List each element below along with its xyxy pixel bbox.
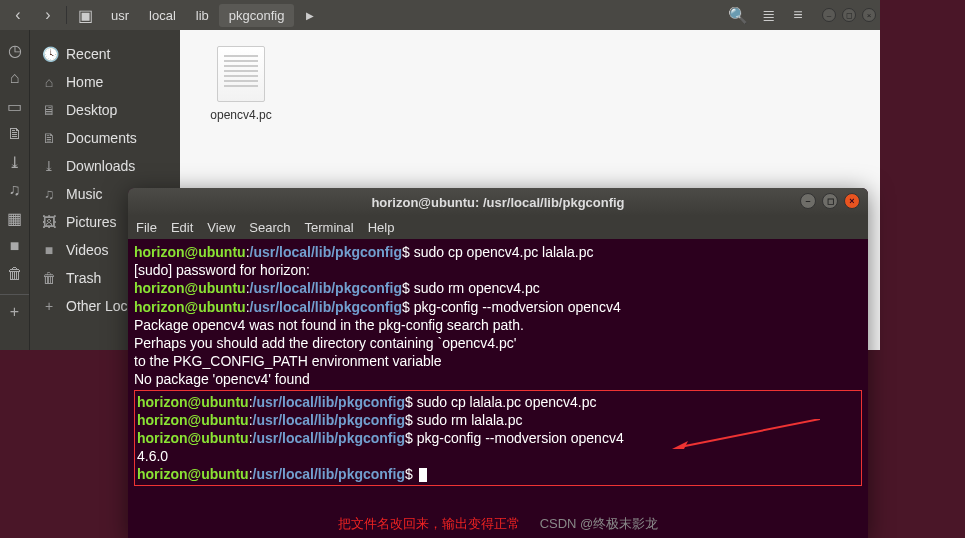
breadcrumb-usr[interactable]: usr [101, 4, 139, 27]
terminal-output-line: No package 'opencv4' found [134, 370, 862, 388]
sidebar-item-label: Trash [66, 270, 101, 286]
launcher-documents-icon[interactable]: 🗎 [0, 120, 29, 148]
launcher-recent-icon[interactable]: ◷ [0, 36, 29, 64]
terminal-line: horizon@ubuntu:/usr/local/lib/pkgconfig$ [137, 465, 859, 483]
launcher-strip: ◷ ⌂ ▭ 🗎 ⤓ ♫ ▦ ■ 🗑 + [0, 30, 30, 350]
chevron-right-icon[interactable]: ▶ [296, 3, 324, 27]
breadcrumb-local[interactable]: local [139, 4, 186, 27]
back-button[interactable]: ‹ [4, 3, 32, 27]
terminal-close-button[interactable]: × [844, 193, 860, 209]
sidebar-item-label: Recent [66, 46, 110, 62]
terminal-line: horizon@ubuntu:/usr/local/lib/pkgconfig$… [137, 393, 859, 411]
terminal-minimize-button[interactable]: – [800, 193, 816, 209]
sidebar-icon: 🖥 [42, 102, 56, 118]
launcher-trash-icon[interactable]: 🗑 [0, 260, 29, 288]
terminal-menu-file[interactable]: File [136, 220, 157, 235]
terminal-line: horizon@ubuntu:/usr/local/lib/pkgconfig$… [134, 279, 862, 297]
terminal-line: horizon@ubuntu:/usr/local/lib/pkgconfig$… [134, 298, 862, 316]
file-name: opencv4.pc [196, 108, 286, 122]
file-icon [217, 46, 265, 102]
terminal-menu-terminal[interactable]: Terminal [305, 220, 354, 235]
terminal-menu-view[interactable]: View [207, 220, 235, 235]
sidebar-item-desktop[interactable]: 🖥Desktop [30, 96, 180, 124]
terminal-line: horizon@ubuntu:/usr/local/lib/pkgconfig$… [134, 243, 862, 261]
terminal-title-text: horizon@ubuntu: /usr/local/lib/pkgconfig [371, 195, 624, 210]
launcher-home-icon[interactable]: ⌂ [0, 64, 29, 92]
search-icon[interactable]: 🔍 [724, 3, 752, 27]
sidebar-icon: ⌂ [42, 74, 56, 90]
terminal-body[interactable]: horizon@ubuntu:/usr/local/lib/pkgconfig$… [128, 239, 868, 538]
sidebar-icon: 🗎 [42, 130, 56, 146]
terminal-maximize-button[interactable]: ◻ [822, 193, 838, 209]
sidebar-item-label: Music [66, 186, 103, 202]
terminal-titlebar[interactable]: horizon@ubuntu: /usr/local/lib/pkgconfig… [128, 188, 868, 216]
terminal-output-line: Perhaps you should add the directory con… [134, 334, 862, 352]
terminal-output-line: [sudo] password for horizon: [134, 261, 862, 279]
sidebar-item-label: Pictures [66, 214, 117, 230]
breadcrumb-lib[interactable]: lib [186, 4, 219, 27]
window-close-button[interactable]: × [862, 8, 876, 22]
sidebar-icon: 🖼 [42, 214, 56, 230]
sidebar-item-label: Home [66, 74, 103, 90]
terminal-line: horizon@ubuntu:/usr/local/lib/pkgconfig$… [137, 429, 859, 447]
sidebar-item-label: Downloads [66, 158, 135, 174]
terminal-menu-edit[interactable]: Edit [171, 220, 193, 235]
terminal-output-line: to the PKG_CONFIG_PATH environment varia… [134, 352, 862, 370]
sidebar-icon: ■ [42, 242, 56, 258]
sidebar-item-home[interactable]: ⌂Home [30, 68, 180, 96]
launcher-downloads-icon[interactable]: ⤓ [0, 148, 29, 176]
breadcrumb-pkgconfig[interactable]: pkgconfig [219, 4, 295, 27]
annotation-text: 把文件名改回来，输出变得正常CSDN @终极末影龙 [338, 516, 659, 533]
sidebar-icon: + [42, 298, 56, 314]
terminal-output-line: Package opencv4 was not found in the pkg… [134, 316, 862, 334]
sidebar-item-label: Videos [66, 242, 109, 258]
launcher-videos-icon[interactable]: ■ [0, 232, 29, 260]
hamburger-icon[interactable]: ≡ [784, 3, 812, 27]
sidebar-icon: ♫ [42, 186, 56, 202]
file-item[interactable]: opencv4.pc [196, 46, 286, 122]
sidebar-item-recent[interactable]: 🕓Recent [30, 40, 180, 68]
window-minimize-button[interactable]: – [822, 8, 836, 22]
sidebar-item-downloads[interactable]: ⤓Downloads [30, 152, 180, 180]
sidebar-item-label: Documents [66, 130, 137, 146]
terminal-output-line: 4.6.0 [137, 447, 859, 465]
terminal-window: horizon@ubuntu: /usr/local/lib/pkgconfig… [128, 188, 868, 538]
terminal-menu-help[interactable]: Help [368, 220, 395, 235]
highlighted-block: horizon@ubuntu:/usr/local/lib/pkgconfig$… [134, 390, 862, 487]
watermark-text: CSDN @终极末影龙 [540, 516, 659, 531]
view-list-icon[interactable]: ≣ [754, 3, 782, 27]
fm-toolbar: ‹ › ▣ usrlocallibpkgconfig ▶ 🔍 ≣ ≡ – ◻ × [0, 0, 880, 30]
terminal-menubar: FileEditViewSearchTerminalHelp [128, 216, 868, 239]
path-root-icon[interactable]: ▣ [71, 3, 99, 27]
launcher-add-icon[interactable]: + [0, 294, 29, 322]
launcher-desktop-icon[interactable]: ▭ [0, 92, 29, 120]
terminal-cursor [419, 468, 427, 482]
window-maximize-button[interactable]: ◻ [842, 8, 856, 22]
sidebar-icon: 🗑 [42, 270, 56, 286]
launcher-music-icon[interactable]: ♫ [0, 176, 29, 204]
terminal-line: horizon@ubuntu:/usr/local/lib/pkgconfig$… [137, 411, 859, 429]
sidebar-icon: 🕓 [42, 46, 56, 62]
terminal-menu-search[interactable]: Search [249, 220, 290, 235]
sidebar-icon: ⤓ [42, 158, 56, 174]
forward-button[interactable]: › [34, 3, 62, 27]
launcher-pictures-icon[interactable]: ▦ [0, 204, 29, 232]
sidebar-item-documents[interactable]: 🗎Documents [30, 124, 180, 152]
sidebar-item-label: Desktop [66, 102, 117, 118]
